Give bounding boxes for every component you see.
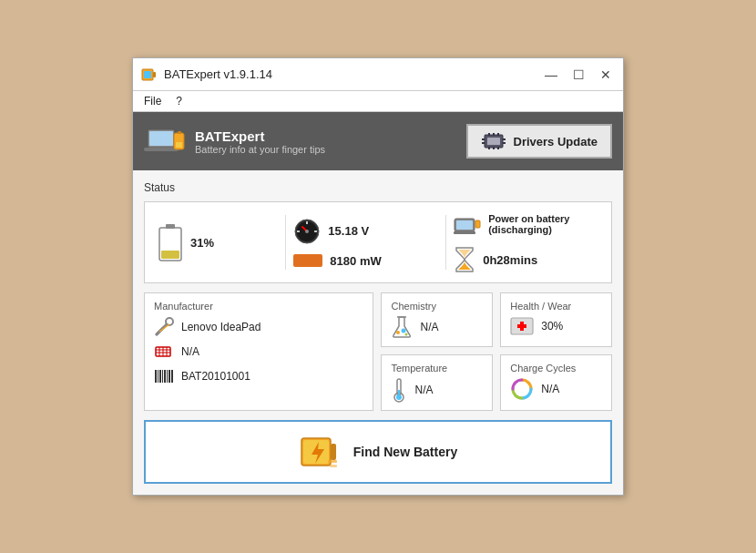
minimize-button[interactable]: — <box>541 65 561 85</box>
svg-rect-15 <box>493 147 495 149</box>
svg-rect-33 <box>454 231 475 234</box>
manufacturer-box: Manufacturer Lenovo IdeaPad <box>144 292 373 411</box>
manufacturer-model: N/A <box>181 345 199 358</box>
manufacturer-serial-item: BAT20101001 <box>154 366 363 386</box>
svg-rect-10 <box>487 138 500 145</box>
voltage-value: 15.18 V <box>328 224 369 238</box>
health-wear-box: Health / Wear 30% <box>500 292 612 347</box>
svg-point-56 <box>405 333 408 336</box>
svg-rect-69 <box>328 460 337 463</box>
svg-rect-16 <box>497 147 499 149</box>
voltage-icon <box>293 218 321 245</box>
svg-rect-70 <box>330 465 337 467</box>
charge-cycles-box: Charge Cycles N/A <box>500 354 612 411</box>
svg-rect-22 <box>166 224 175 229</box>
svg-rect-48 <box>162 370 163 383</box>
svg-rect-23 <box>161 251 179 259</box>
laptop-battery-icon <box>454 211 481 237</box>
find-battery-icon <box>299 431 341 473</box>
title-bar-controls: — ☐ ✕ <box>541 65 616 85</box>
cycle-icon <box>510 377 534 401</box>
manufacturer-serial: BAT20101001 <box>181 370 250 383</box>
drivers-update-button[interactable]: Drivers Update <box>466 124 612 159</box>
temperature-value: N/A <box>414 384 433 396</box>
barcode-icon <box>154 366 174 386</box>
drivers-update-label: Drivers Update <box>514 135 598 148</box>
menu-file[interactable]: File <box>138 93 167 109</box>
health-wear-value: 30% <box>541 320 563 333</box>
app-icon <box>140 66 158 84</box>
health-wear-value-row: 30% <box>510 315 602 337</box>
svg-rect-4 <box>149 131 173 146</box>
chemistry-value-row: N/A <box>391 315 483 339</box>
svg-rect-19 <box>503 138 506 140</box>
svg-rect-34 <box>475 220 480 228</box>
power-status-row: Power on battery (discharging) <box>454 211 598 237</box>
menu-help[interactable]: ? <box>170 93 188 109</box>
charge-cycles-value-row: N/A <box>510 377 602 401</box>
battery-pct-value: 31% <box>190 236 214 250</box>
divider2 <box>445 215 446 270</box>
svg-rect-50 <box>167 370 168 383</box>
manufacturer-model-item: N/A <box>154 342 363 362</box>
find-battery-button[interactable]: Find New Battery <box>144 420 612 484</box>
svg-rect-32 <box>456 220 473 230</box>
power-status-label: Power on battery <box>488 213 569 224</box>
maximize-button[interactable]: ☐ <box>568 65 588 85</box>
main-content: Status 31% <box>133 170 623 495</box>
svg-rect-51 <box>169 370 170 383</box>
svg-rect-18 <box>482 142 485 144</box>
power-value: 8180 mW <box>330 254 381 268</box>
header-left: BATExpert Battery info at your finger ti… <box>144 122 325 160</box>
svg-point-54 <box>396 331 400 334</box>
title-bar: BATExpert v1.9.1.14 — ☐ ✕ <box>133 58 623 91</box>
svg-rect-1 <box>153 72 156 77</box>
manufacturer-name-item: Lenovo IdeaPad <box>154 317 363 337</box>
temperature-box: Temperature N/A <box>381 354 493 411</box>
power-status-text: Power on battery (discharging) <box>488 213 569 235</box>
chemistry-label: Chemistry <box>391 301 483 312</box>
flask-icon <box>391 315 413 339</box>
temp-cycles-row: Temperature N/A <box>381 354 612 411</box>
svg-rect-46 <box>158 370 158 383</box>
chem-health-row: Chemistry N/A <box>381 292 612 347</box>
svg-rect-52 <box>171 370 173 383</box>
header-app-icon <box>144 122 186 160</box>
power-time-col: Power on battery (discharging) 0h28mins <box>454 211 598 273</box>
voltage-row: 15.18 V <box>293 218 438 245</box>
charge-cycles-label: Charge Cycles <box>510 363 602 374</box>
wrench-icon <box>154 317 174 337</box>
power-status-sub: (discharging) <box>488 224 569 235</box>
hourglass-icon <box>454 246 475 273</box>
svg-rect-2 <box>144 71 151 78</box>
temperature-value-row: N/A <box>391 377 483 403</box>
menu-bar: File ? <box>133 91 623 112</box>
close-button[interactable]: ✕ <box>596 65 616 85</box>
svg-rect-17 <box>482 138 485 140</box>
power-bar-icon <box>293 254 322 267</box>
info-row: Manufacturer Lenovo IdeaPad <box>144 292 612 411</box>
manufacturer-name: Lenovo IdeaPad <box>181 321 261 333</box>
chemistry-box: Chemistry N/A <box>381 292 493 347</box>
voltage-power-col: 15.18 V 8180 mW <box>293 218 438 268</box>
chip-icon <box>481 131 506 151</box>
battery-status-item: 31% <box>158 222 278 262</box>
header-app-name: BATExpert <box>195 128 325 144</box>
chemistry-value: N/A <box>420 321 438 333</box>
charge-cycles-value: N/A <box>541 383 559 395</box>
health-wear-label: Health / Wear <box>510 301 602 312</box>
svg-rect-66 <box>331 444 336 460</box>
label-icon <box>154 342 174 362</box>
svg-rect-20 <box>503 142 506 144</box>
header-app-subtitle: Battery info at your finger tips <box>195 144 325 155</box>
header-text: BATExpert Battery info at your finger ti… <box>195 128 325 155</box>
right-boxes: Chemistry N/A <box>381 292 612 411</box>
svg-rect-47 <box>159 370 161 383</box>
first-aid-icon <box>510 315 534 337</box>
svg-rect-7 <box>178 131 181 134</box>
main-window: BATExpert v1.9.1.14 — ☐ ✕ File ? <box>132 57 624 496</box>
status-label: Status <box>144 181 612 194</box>
status-box: 31% <box>144 201 612 283</box>
temperature-label: Temperature <box>391 363 483 374</box>
svg-rect-14 <box>488 147 490 149</box>
